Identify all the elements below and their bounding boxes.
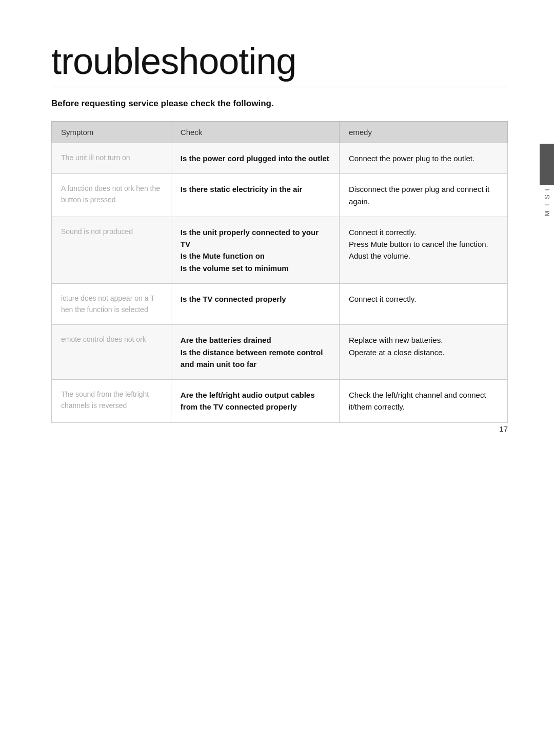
col-header-symptom: Symptom: [52, 122, 171, 143]
side-tab-label: M T S t: [543, 188, 551, 216]
check-cell: Is the unit properly connected to your T…: [171, 217, 339, 283]
check-cell: Is there static electricity in the air: [171, 174, 339, 217]
remedy-cell: Check the left/right channel and connect…: [339, 380, 507, 423]
symptom-cell: The sound from the leftright channels is…: [52, 380, 171, 423]
check-cell: Is the power cord plugged into the outle…: [171, 143, 339, 174]
check-cell: Is the TV connected properly: [171, 283, 339, 324]
symptom-cell: emote control does not ork: [52, 325, 171, 380]
page-title: troubleshooting: [51, 41, 508, 82]
troubleshooting-table: Symptom Check emedy The unit ill not tur…: [51, 121, 508, 422]
page-container: troubleshooting Before requesting servic…: [0, 0, 554, 464]
table-row: emote control does not orkAre the batter…: [52, 325, 508, 380]
page-number: 17: [499, 424, 508, 433]
side-tab-block: [540, 144, 554, 185]
table-row: Sound is not producedIs the unit properl…: [52, 217, 508, 283]
table-row: The unit ill not turn onIs the power cor…: [52, 143, 508, 174]
remedy-cell: Connect it correctly.Press Mute button t…: [339, 217, 507, 283]
table-row: A function does not ork hen the button i…: [52, 174, 508, 217]
table-row: The sound from the leftright channels is…: [52, 380, 508, 423]
table-row: icture does not appear on a Then the fun…: [52, 283, 508, 324]
remedy-cell: Replace with new batteries.Operate at a …: [339, 325, 507, 380]
symptom-cell: icture does not appear on a Then the fun…: [52, 283, 171, 324]
symptom-cell: A function does not ork hen the button i…: [52, 174, 171, 217]
remedy-cell: Disconnect the power plug and connect it…: [339, 174, 507, 217]
check-cell: Are the batteries drainedIs the distance…: [171, 325, 339, 380]
remedy-cell: Connect the power plug to the outlet.: [339, 143, 507, 174]
title-divider: [51, 87, 508, 87]
symptom-cell: The unit ill not turn on: [52, 143, 171, 174]
symptom-cell: Sound is not produced: [52, 217, 171, 283]
check-cell: Are the left/right audio output cables f…: [171, 380, 339, 423]
col-header-check: Check: [171, 122, 339, 143]
remedy-cell: Connect it correctly.: [339, 283, 507, 324]
side-tab: M T S t: [540, 144, 554, 216]
page-subtitle: Before requesting service please check t…: [51, 99, 508, 109]
col-header-remedy: emedy: [339, 122, 507, 143]
table-header-row: Symptom Check emedy: [52, 122, 508, 143]
